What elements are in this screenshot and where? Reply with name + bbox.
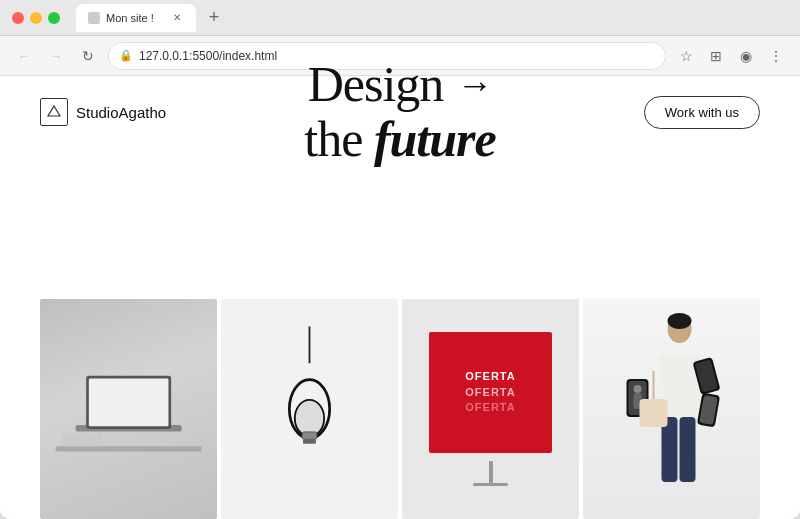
svg-rect-5 xyxy=(62,433,102,446)
hero-line2-prefix: the xyxy=(304,111,374,167)
svg-rect-9 xyxy=(302,432,317,439)
work-with-us-button[interactable]: Work with us xyxy=(644,96,760,129)
bulb-container xyxy=(221,299,398,519)
gallery-item-laptop xyxy=(40,299,217,519)
svg-rect-24 xyxy=(640,399,668,427)
traffic-lights xyxy=(12,12,60,24)
back-button[interactable]: ← xyxy=(12,44,36,68)
site-navbar: StudioAgatho Design → the future Work wi… xyxy=(0,76,800,148)
forward-button[interactable]: → xyxy=(44,44,68,68)
hero-headline: Design → the future xyxy=(304,76,495,167)
minimize-button[interactable] xyxy=(30,12,42,24)
oferta-screen: OFERTA OFERTA OFERTA xyxy=(429,332,553,453)
site-logo: StudioAgatho xyxy=(40,98,166,126)
svg-rect-15 xyxy=(680,417,696,482)
gallery: OFERTA OFERTA OFERTA xyxy=(0,299,800,519)
oferta-text-1: OFERTA xyxy=(465,369,515,384)
maximize-button[interactable] xyxy=(48,12,60,24)
new-tab-button[interactable]: + xyxy=(200,4,228,32)
laptop-scene xyxy=(40,299,217,519)
bookmark-icon[interactable]: ☆ xyxy=(674,44,698,68)
profile-icon[interactable]: ◉ xyxy=(734,44,758,68)
refresh-button[interactable]: ↻ xyxy=(76,44,100,68)
tab-bar: Mon site ! ✕ + xyxy=(76,4,788,32)
monitor-stand-base xyxy=(473,483,508,486)
gallery-item-oferta: OFERTA OFERTA OFERTA xyxy=(402,299,579,519)
svg-marker-0 xyxy=(48,106,60,116)
full-page: StudioAgatho Design → the future Work wi… xyxy=(0,76,800,519)
person-container xyxy=(583,299,760,519)
tab-close-button[interactable]: ✕ xyxy=(170,11,184,25)
tab-favicon xyxy=(88,12,100,24)
monitor-stand-pole xyxy=(489,461,493,483)
oferta-text-2: OFERTA xyxy=(465,385,515,400)
svg-rect-1 xyxy=(55,446,201,451)
browser-window: Mon site ! ✕ + ← → ↻ 🔒 127.0.0.1:5500/in… xyxy=(0,0,800,519)
browser-titlebar: Mon site ! ✕ + xyxy=(0,0,800,36)
oferta-text-3: OFERTA xyxy=(465,400,515,415)
svg-rect-4 xyxy=(89,378,169,426)
hero-arrow-icon: → xyxy=(457,76,492,104)
extensions-icon[interactable]: ⊞ xyxy=(704,44,728,68)
svg-point-18 xyxy=(634,385,642,393)
browser-tab[interactable]: Mon site ! ✕ xyxy=(76,4,196,32)
close-button[interactable] xyxy=(12,12,24,24)
gallery-item-bulb xyxy=(221,299,398,519)
website-content: StudioAgatho Design → the future Work wi… xyxy=(0,76,800,519)
logo-icon xyxy=(40,98,68,126)
hero-line2-italic: future xyxy=(374,111,496,167)
svg-point-8 xyxy=(295,400,324,437)
gallery-item-person xyxy=(583,299,760,519)
logo-text: StudioAgatho xyxy=(76,104,166,121)
svg-rect-10 xyxy=(303,439,316,444)
tab-title: Mon site ! xyxy=(106,12,164,24)
svg-point-12 xyxy=(668,313,692,329)
oferta-container: OFERTA OFERTA OFERTA xyxy=(402,299,579,519)
toolbar-icons: ☆ ⊞ ◉ ⋮ xyxy=(674,44,788,68)
hero-line1-text: Design xyxy=(308,76,444,112)
settings-icon[interactable]: ⋮ xyxy=(764,44,788,68)
